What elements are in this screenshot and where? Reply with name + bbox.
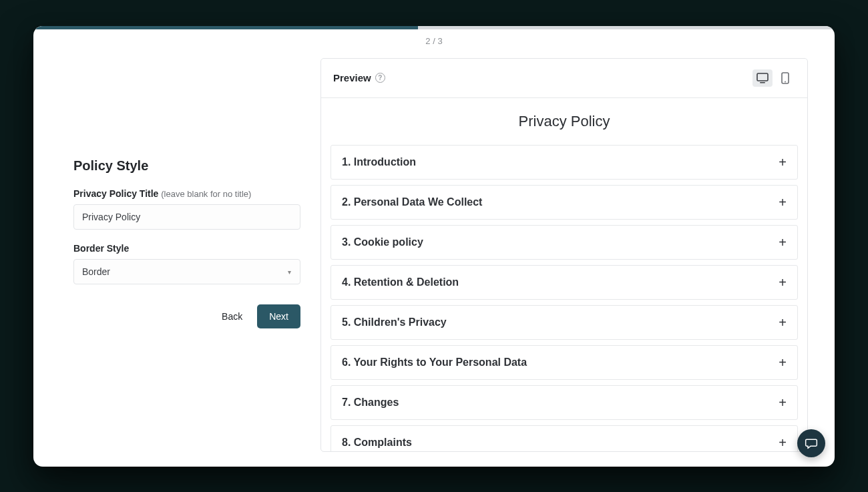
- accordion-label: 6. Your Rights to Your Personal Data: [342, 356, 527, 368]
- plus-icon: +: [779, 396, 787, 409]
- plus-icon: +: [779, 356, 787, 369]
- content-row: Policy Style Privacy Policy Title (leave…: [33, 58, 835, 465]
- accordion-item[interactable]: 2. Personal Data We Collect+: [331, 185, 798, 220]
- plus-icon: +: [779, 236, 787, 249]
- accordion-label: 3. Cookie policy: [342, 236, 423, 248]
- accordion-label: 5. Children's Privacy: [342, 316, 447, 328]
- accordion-list: 1. Introduction+2. Personal Data We Coll…: [331, 145, 798, 451]
- accordion-label: 4. Retention & Deletion: [342, 276, 459, 288]
- svg-point-3: [785, 81, 786, 82]
- preview-header: Preview ?: [321, 59, 807, 98]
- preview-column: Preview ?: [320, 58, 808, 452]
- step-indicator: 2 / 3: [33, 29, 835, 58]
- plus-icon: +: [779, 196, 787, 209]
- title-field-label: Privacy Policy Title (leave blank for no…: [73, 188, 300, 199]
- desktop-icon[interactable]: [752, 69, 773, 87]
- chat-launcher-icon[interactable]: [797, 429, 825, 457]
- plus-icon: +: [779, 276, 787, 289]
- preview-header-title: Preview ?: [333, 72, 385, 83]
- form-actions: Back Next: [73, 304, 300, 328]
- back-button[interactable]: Back: [219, 306, 245, 327]
- accordion-item[interactable]: 6. Your Rights to Your Personal Data+: [331, 345, 798, 380]
- form-column: Policy Style Privacy Policy Title (leave…: [73, 58, 300, 452]
- app-window: 2 / 3 Policy Style Privacy Policy Title …: [33, 26, 835, 467]
- border-style-select-wrap: ▾: [73, 259, 300, 284]
- accordion-label: 8. Complaints: [342, 437, 412, 449]
- accordion-label: 2. Personal Data We Collect: [342, 196, 482, 208]
- mobile-icon[interactable]: [775, 69, 795, 87]
- policy-title: Privacy Policy: [331, 113, 798, 130]
- preview-panel: Preview ?: [320, 58, 808, 452]
- page-title: Policy Style: [73, 158, 300, 174]
- accordion-item[interactable]: 5. Children's Privacy+: [331, 305, 798, 340]
- border-style-label: Border Style: [73, 243, 300, 254]
- next-button[interactable]: Next: [257, 304, 300, 328]
- accordion-item[interactable]: 3. Cookie policy+: [331, 225, 798, 260]
- accordion-item[interactable]: 4. Retention & Deletion+: [331, 265, 798, 300]
- plus-icon: +: [779, 156, 787, 169]
- accordion-label: 1. Introduction: [342, 156, 416, 168]
- svg-rect-0: [757, 73, 768, 81]
- policy-title-input[interactable]: [73, 204, 300, 230]
- preview-body: Privacy Policy 1. Introduction+2. Person…: [321, 98, 807, 451]
- border-style-select[interactable]: [73, 259, 300, 284]
- help-icon[interactable]: ?: [375, 73, 385, 83]
- accordion-item[interactable]: 1. Introduction+: [331, 145, 798, 180]
- plus-icon: +: [779, 316, 787, 329]
- device-toggle: [752, 69, 795, 87]
- accordion-item[interactable]: 8. Complaints+: [331, 425, 798, 451]
- svg-rect-1: [760, 82, 765, 83]
- plus-icon: +: [779, 436, 787, 449]
- accordion-item[interactable]: 7. Changes+: [331, 385, 798, 420]
- accordion-label: 7. Changes: [342, 397, 399, 409]
